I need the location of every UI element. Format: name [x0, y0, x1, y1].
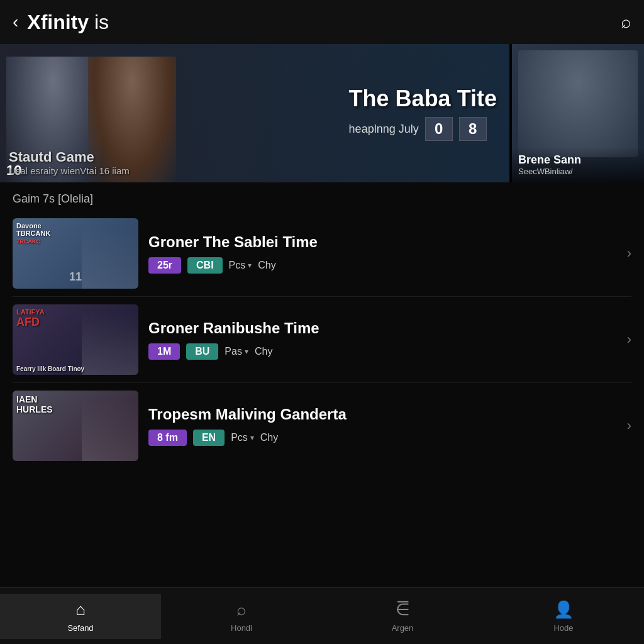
tag-chevron-3a: ▾ — [250, 433, 254, 442]
list-item-2[interactable]: LATIFYAAFD Fearry Iilk Board Tinoy Grone… — [13, 297, 631, 383]
list-item-chevron-3[interactable]: › — [627, 418, 631, 434]
list-thumb-1: DavoneTBRCANKTRCAKC 11 — [13, 218, 138, 289]
hero-show-title: The Baba Tite — [349, 86, 497, 112]
list-title-2: Groner Ranibushe Time — [148, 319, 617, 337]
thumb-person-2 — [82, 312, 138, 375]
thumb-label-3: IAENHURLES — [16, 394, 53, 414]
tag-purple-1: 25r — [148, 257, 181, 274]
list-title-1: Groner The Sablei Time — [148, 233, 617, 251]
list-tags-2: 1M BU Pas ▾ Chy — [148, 343, 617, 360]
nav-label-guide: Argen — [392, 623, 414, 633]
tag-text-2a: Pas ▾ — [225, 346, 248, 357]
list-container: DavoneTBRCANKTRCAKC 11 Groner The Sablei… — [0, 211, 644, 469]
tag-chevron-2a: ▾ — [245, 347, 248, 356]
tag-teal-3: EN — [193, 430, 225, 446]
bottom-nav: ⌂ Sefand ⌕ Hondi ⋶ Argen 👤 Hode — [0, 587, 644, 644]
nav-item-search[interactable]: ⌕ Hondi — [161, 594, 322, 639]
thumb-bottom-text-2: Fearry Iilk Board Tinoy — [16, 365, 84, 372]
nav-item-profile[interactable]: 👤 Hode — [483, 594, 644, 639]
hero-side-overlay: Brene Sann SeecWBinliaw/ — [512, 147, 644, 182]
hero-bottom-text: Stautd Game Usal esraity wienVtai 16 iia… — [9, 149, 130, 176]
search-button[interactable]: ⌕ — [621, 12, 631, 32]
thumb-label-1: DavoneTBRCANKTRCAKC — [16, 222, 50, 245]
nav-label-home: Sefand — [67, 623, 93, 633]
thumb-label-2: LATIFYAAFD — [16, 308, 45, 329]
title-regular: is — [89, 11, 109, 33]
tag-text-3a: Pcs ▾ — [231, 432, 254, 443]
hero-side-person-shape — [518, 50, 638, 157]
hero-side[interactable]: Brene Sann SeecWBinliaw/ — [512, 44, 644, 182]
tag-text-3b: Chy — [260, 432, 278, 443]
list-item-chevron-2[interactable]: › — [627, 331, 631, 348]
tag-purple-3: 8 fm — [148, 430, 187, 446]
hero-main[interactable]: 10 The Baba Tite heaplnng July 0 8 Staut… — [0, 44, 509, 182]
nav-item-home[interactable]: ⌂ Sefand — [0, 594, 161, 639]
top-bar-left: ‹ Xfinity is — [13, 11, 109, 34]
back-button[interactable]: ‹ — [13, 12, 18, 32]
list-item[interactable]: DavoneTBRCANKTRCAKC 11 Groner The Sablei… — [13, 211, 631, 297]
top-bar: ‹ Xfinity is ⌕ — [0, 0, 644, 44]
hero-game-sub: Usal esraity wienVtai 16 iiam — [9, 165, 130, 176]
guide-icon: ⋶ — [396, 600, 410, 619]
score2: 8 — [459, 117, 487, 141]
app-title: Xfinity is — [27, 11, 109, 34]
hero-area: 10 The Baba Tite heaplnng July 0 8 Staut… — [0, 44, 644, 182]
list-item-3[interactable]: IAENHURLES Tropesm Maliving Ganderta 8 f… — [13, 383, 631, 469]
list-info-1: Groner The Sablei Time 25r CBI Pcs ▾ Chy — [148, 233, 617, 274]
thumb-person-1 — [82, 226, 138, 289]
tag-chevron-1a: ▾ — [248, 261, 252, 270]
profile-icon: 👤 — [553, 600, 574, 619]
tag-teal-2: BU — [186, 343, 218, 360]
tag-text-2b: Chy — [255, 346, 272, 357]
list-thumb-2: LATIFYAAFD Fearry Iilk Board Tinoy — [13, 304, 138, 375]
list-item-chevron-1[interactable]: › — [627, 245, 631, 262]
list-info-3: Tropesm Maliving Ganderta 8 fm EN Pcs ▾ … — [148, 406, 617, 446]
list-thumb-3: IAENHURLES — [13, 391, 138, 461]
list-title-3: Tropesm Maliving Ganderta — [148, 406, 617, 423]
nav-label-search: Hondi — [231, 623, 252, 633]
title-bold: Xfinity — [27, 11, 89, 33]
score1: 0 — [425, 117, 453, 141]
list-tags-1: 25r CBI Pcs ▾ Chy — [148, 257, 617, 274]
section-header: Gaim 7s [Olelia] — [0, 182, 644, 211]
search-nav-icon: ⌕ — [236, 600, 247, 619]
list-info-2: Groner Ranibushe Time 1M BU Pas ▾ Chy — [148, 319, 617, 360]
thumb-person-3 — [82, 398, 138, 461]
tag-purple-2: 1M — [148, 343, 180, 360]
hero-score-row: heaplnng July 0 8 — [349, 117, 497, 141]
hero-side-sub: SeecWBinliaw/ — [518, 167, 638, 176]
tag-teal-1: CBI — [187, 257, 223, 274]
tag-text-1a: Pcs ▾ — [229, 260, 252, 271]
hero-subtitle: heaplnng July — [349, 123, 419, 136]
list-tags-3: 8 fm EN Pcs ▾ Chy — [148, 430, 617, 446]
home-icon: ⌂ — [75, 600, 86, 619]
hero-side-name: Brene Sann — [518, 153, 638, 167]
nav-item-guide[interactable]: ⋶ Argen — [322, 594, 483, 639]
tag-text-1b: Chy — [258, 260, 275, 271]
hero-game-title: Stautd Game — [9, 149, 130, 165]
hero-content: The Baba Tite heaplnng July 0 8 — [349, 86, 497, 141]
nav-label-profile: Hode — [553, 623, 573, 633]
